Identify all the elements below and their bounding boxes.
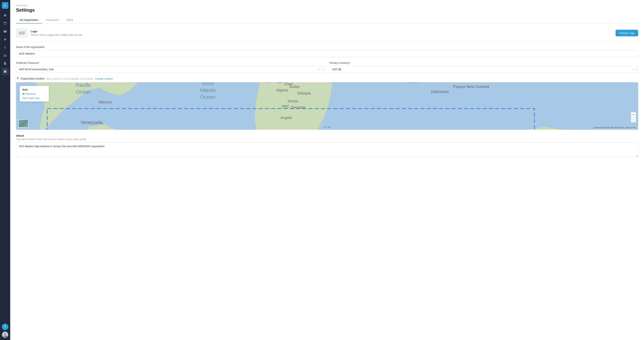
sidebar-item-billing[interactable] xyxy=(2,44,9,51)
map-zoom-controls: + − xyxy=(631,112,636,122)
currency-label: Primary Currency* xyxy=(330,62,638,64)
about-textarea[interactable] xyxy=(16,142,638,157)
keyboard-shortcuts[interactable]: Keyboard shortcuts xyxy=(594,126,610,128)
svg-text:Nigeria: Nigeria xyxy=(276,88,288,92)
avatar[interactable] xyxy=(2,332,8,338)
location-pin-icon: 📍 xyxy=(16,77,19,80)
sidebar-item-document[interactable] xyxy=(2,60,9,67)
change-location-button[interactable]: Change Location xyxy=(95,77,113,80)
svg-point-3 xyxy=(4,333,6,335)
google-logo: Google xyxy=(324,126,331,128)
timezone-section: Preferred Timezone* GMT-05:00 America/Ne… xyxy=(16,62,325,73)
org-name-label: Name of the organization xyxy=(16,46,638,48)
sidebar-item-book[interactable] xyxy=(2,28,9,35)
logo-label: Logo xyxy=(31,30,82,33)
map-popup: Asia Directions View larger map xyxy=(20,86,49,102)
svg-text:Pacific: Pacific xyxy=(76,82,91,88)
svg-text:E: E xyxy=(4,4,6,7)
location-hint: (type and pick a closest google map loca… xyxy=(46,77,94,80)
currency-select-wrapper: USD ($) × ▾ xyxy=(330,66,638,73)
tab-my-organization[interactable]: My Organization xyxy=(16,16,42,24)
timezone-currency-row: Preferred Timezone* GMT-05:00 America/Ne… xyxy=(16,62,638,73)
svg-text:Thailand: Thailand xyxy=(405,82,421,84)
online-indicator xyxy=(6,336,8,338)
svg-text:Venezuela: Venezuela xyxy=(81,120,103,125)
view-larger-map-link[interactable]: View larger map xyxy=(22,97,46,100)
timezone-select[interactable]: GMT-05:00 America/New_York xyxy=(16,66,325,73)
tab-billing[interactable]: Billing xyxy=(62,16,76,24)
svg-text:Indonesia: Indonesia xyxy=(431,89,449,94)
svg-text:North: North xyxy=(202,82,214,86)
map-container[interactable]: North Pacific Ocean North Atlantic Ocean… xyxy=(16,82,638,130)
tabs: My Organization Integrations Billing xyxy=(16,16,638,24)
tab-integrations[interactable]: Integrations xyxy=(42,16,62,24)
svg-text:Kenya: Kenya xyxy=(288,99,298,103)
logo-thumbnail: THE FINEENGLISH xyxy=(16,29,28,38)
timezone-select-wrapper: GMT-05:00 America/New_York × ▾ xyxy=(16,66,325,73)
svg-text:Mali: Mali xyxy=(265,82,272,83)
zoom-out-button[interactable]: − xyxy=(631,117,636,122)
main-content: OVERVIEW Settings My Organization Integr… xyxy=(10,0,644,340)
svg-text:Sudan: Sudan xyxy=(289,85,300,89)
sidebar: E ? xyxy=(0,0,10,340)
sidebar-item-star[interactable] xyxy=(2,36,9,43)
about-title: About xyxy=(16,134,638,137)
currency-select[interactable]: USD ($) xyxy=(330,66,638,73)
sidebar-item-calendar[interactable] xyxy=(2,20,9,27)
breadcrumb: OVERVIEW xyxy=(16,4,638,6)
about-hint: This will be shown in the "who we are" s… xyxy=(16,138,638,141)
svg-text:Atlantic: Atlantic xyxy=(199,87,216,93)
map-attribution: Keyboard shortcuts Map data ©2021 Terms … xyxy=(594,126,636,128)
map-data: Map data ©2021 xyxy=(610,126,624,128)
logo-section: THE FINEENGLISH Logo PNG or JPG no bigge… xyxy=(16,29,638,38)
currency-section: Primary Currency* USD ($) × ▾ xyxy=(330,62,638,73)
sidebar-logo[interactable]: E xyxy=(2,2,8,9)
svg-text:Ethiopia: Ethiopia xyxy=(298,91,311,95)
sidebar-item-home[interactable] xyxy=(2,12,9,19)
location-label: Organization location xyxy=(20,77,45,80)
svg-text:Ocean: Ocean xyxy=(200,94,216,100)
map-popup-title: Asia xyxy=(22,88,46,91)
sidebar-item-users[interactable] xyxy=(2,52,9,59)
map-directions-button[interactable]: Directions xyxy=(22,92,46,95)
org-name-input[interactable] xyxy=(16,50,638,57)
about-section: About This will be shown in the "who we … xyxy=(16,134,638,158)
org-name-section: Name of the organization xyxy=(16,46,638,57)
zoom-in-button[interactable]: + xyxy=(631,112,636,117)
timezone-clear-icon[interactable]: × xyxy=(318,68,320,71)
help-button[interactable]: ? xyxy=(2,324,8,330)
svg-text:DRC: DRC xyxy=(282,104,289,108)
change-logo-button[interactable]: Change Logo xyxy=(616,30,638,36)
svg-text:Angola: Angola xyxy=(280,116,292,120)
svg-text:Papua New Guinea: Papua New Guinea xyxy=(453,84,489,89)
svg-text:Mexico: Mexico xyxy=(99,100,112,104)
terms-of-use[interactable]: Terms of Use xyxy=(625,126,636,128)
svg-text:Ocean: Ocean xyxy=(76,89,91,95)
timezone-label: Preferred Timezone* xyxy=(16,62,325,64)
logo-hint: PNG or JPG no bigger than 1000px wide an… xyxy=(31,34,82,36)
map-thumbnail xyxy=(18,120,28,128)
sidebar-item-settings[interactable] xyxy=(2,68,9,75)
svg-text:Niger: Niger xyxy=(275,82,284,83)
page-title: Settings xyxy=(16,7,638,13)
currency-clear-icon[interactable]: × xyxy=(632,68,633,71)
location-row: 📍 Organization location (type and pick a… xyxy=(16,77,638,80)
